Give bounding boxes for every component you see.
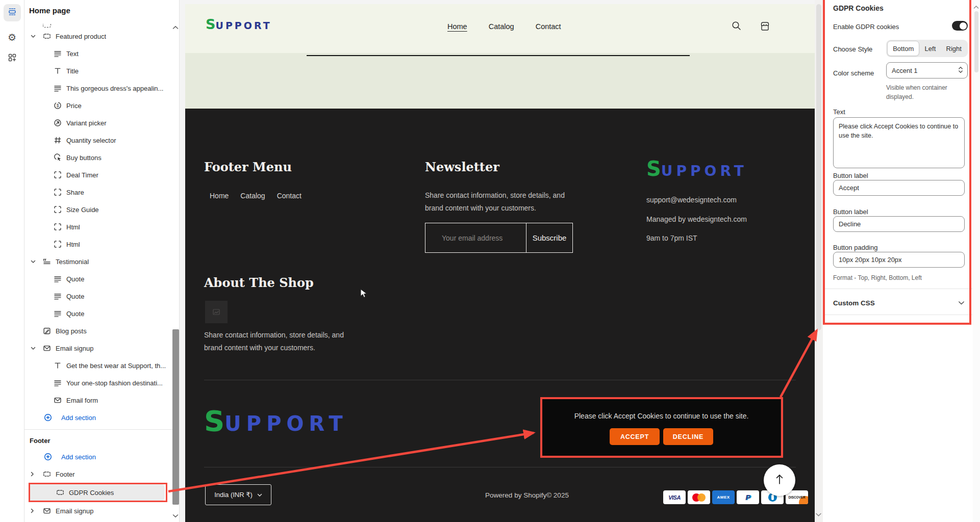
panel-divider bbox=[823, 315, 973, 315]
store-account-icon[interactable] bbox=[759, 20, 771, 34]
accept-cookies-button[interactable]: ACCEPT bbox=[610, 428, 660, 445]
chevron-right-icon[interactable] bbox=[31, 472, 43, 477]
variant-icon bbox=[54, 119, 62, 127]
chevron-down-icon[interactable] bbox=[31, 260, 43, 264]
choose-style-label: Choose Style bbox=[833, 45, 872, 53]
sidebar-item-text[interactable]: Text bbox=[24, 45, 179, 62]
brackets-icon bbox=[54, 205, 62, 214]
sidebar-scroll-down-icon[interactable] bbox=[172, 511, 179, 520]
page-scrollbar[interactable] bbox=[973, 0, 980, 522]
style-option-left[interactable]: Left bbox=[919, 41, 941, 56]
sidebar-item-title[interactable]: Title bbox=[24, 62, 179, 80]
about-heading: About The Shop bbox=[204, 275, 314, 290]
sections-tab-button[interactable] bbox=[4, 4, 21, 21]
footer-contact-logo: SUPPORT bbox=[646, 157, 747, 180]
page-scroll-up-icon[interactable] bbox=[973, 2, 979, 11]
sidebar-item-quote[interactable]: Quote bbox=[24, 288, 179, 305]
sidebar-scrollbar[interactable] bbox=[172, 329, 179, 505]
preview-scrollbar-thumb[interactable] bbox=[816, 4, 821, 330]
sidebar-item-deal-timer[interactable]: Deal Timer bbox=[24, 166, 179, 184]
button-padding-input[interactable] bbox=[833, 252, 965, 268]
page-scrollbar-thumb[interactable] bbox=[974, 11, 978, 72]
theme-editor: ⚙ Home page Featured productTextTitleThi… bbox=[0, 0, 980, 522]
decline-label-input[interactable] bbox=[833, 216, 965, 232]
sidebar-item-email-form[interactable]: Email form bbox=[24, 392, 179, 409]
price-icon: $ bbox=[54, 101, 62, 110]
sidebar-item-blog-posts[interactable]: Blog posts bbox=[24, 322, 179, 340]
decline-cookies-button[interactable]: DECLINE bbox=[663, 428, 713, 445]
sidebar-item-testimonial[interactable]: Testimonial bbox=[24, 253, 179, 270]
country-selector[interactable]: India (INR ₹) bbox=[205, 484, 271, 505]
sidebar-item-your-one-stop-fashion-destinati[interactable]: Your one-stop fashion destinati... bbox=[24, 374, 179, 392]
sidebar-item-quote[interactable]: Quote bbox=[24, 270, 179, 288]
custom-css-row[interactable]: Custom CSS bbox=[833, 299, 965, 307]
sidebar-item-gdpr-cookies[interactable]: GDPR Cookies bbox=[29, 484, 165, 501]
sidebar-item-share[interactable]: Share bbox=[24, 184, 179, 201]
title-icon bbox=[54, 361, 62, 370]
sidebar-item-price[interactable]: $Price bbox=[24, 97, 179, 114]
testimonial-icon bbox=[43, 257, 51, 266]
store-logo[interactable]: SUPPORT bbox=[206, 16, 272, 32]
subscribe-button[interactable]: Subscribe bbox=[526, 223, 572, 252]
sidebar-item-this-gorgeous-dress-s-appealin[interactable]: This gorgeous dress's appealin... bbox=[24, 80, 179, 97]
sidebar-item-size-guide[interactable]: Size Guide bbox=[24, 201, 179, 218]
nav-link-catalog[interactable]: Catalog bbox=[489, 22, 514, 31]
color-scheme-select[interactable]: Accent 1 bbox=[886, 62, 968, 79]
accept-label-input[interactable] bbox=[833, 180, 965, 196]
enable-gdpr-label: Enable GDPR cookies bbox=[833, 23, 899, 31]
nav-link-contact[interactable]: Contact bbox=[536, 22, 561, 31]
footer-link-catalog[interactable]: Catalog bbox=[240, 192, 265, 200]
brackets-icon bbox=[54, 240, 62, 248]
contact-hours: 9am to 7pm IST bbox=[646, 234, 697, 242]
sidebar-item-buy-buttons[interactable]: Buy buttons bbox=[24, 149, 179, 166]
style-option-right[interactable]: Right bbox=[941, 41, 967, 56]
search-icon[interactable] bbox=[731, 20, 742, 34]
envelope-icon bbox=[43, 344, 51, 352]
color-scheme-label: Color scheme bbox=[833, 69, 874, 77]
chevron-right-icon[interactable] bbox=[31, 508, 43, 513]
cursor-icon bbox=[54, 153, 62, 162]
chevron-down-icon bbox=[958, 299, 965, 307]
chevron-down-icon[interactable] bbox=[31, 35, 43, 38]
plus-circle-icon bbox=[44, 453, 52, 461]
payment-mastercard-icon bbox=[688, 490, 710, 504]
text-field[interactable] bbox=[833, 117, 965, 168]
footer-link-contact[interactable]: Contact bbox=[277, 192, 301, 200]
lines-icon bbox=[54, 309, 62, 318]
enable-gdpr-toggle[interactable] bbox=[952, 21, 968, 31]
apps-tab-button[interactable] bbox=[4, 50, 21, 67]
footer-menu-heading: Footer Menu bbox=[204, 160, 292, 174]
lines-icon bbox=[54, 379, 62, 387]
color-scheme-value: Accent 1 bbox=[892, 67, 918, 74]
about-image-placeholder bbox=[205, 301, 228, 323]
sidebar-item-html[interactable]: Html bbox=[24, 236, 179, 253]
lines-icon bbox=[54, 49, 62, 58]
preview-scrollbar[interactable] bbox=[815, 0, 823, 522]
hash-icon bbox=[54, 136, 62, 144]
sidebar-item-footer[interactable]: Footer bbox=[24, 465, 179, 483]
chevron-down-icon[interactable] bbox=[31, 347, 43, 350]
apps-icon bbox=[8, 53, 17, 64]
sidebar-item-variant-picker[interactable]: Variant picker bbox=[24, 114, 179, 132]
settings-tab-button[interactable]: ⚙ bbox=[4, 29, 21, 46]
contact-email[interactable]: support@wedesigntech.com bbox=[646, 196, 737, 204]
lines-icon bbox=[54, 275, 62, 283]
sidebar-item-html[interactable]: Html bbox=[24, 218, 179, 236]
nav-link-home[interactable]: Home bbox=[447, 22, 467, 31]
sidebar-item-featured-product[interactable]: Featured product bbox=[24, 28, 179, 45]
sidebar-item-email-signup[interactable]: Email signup bbox=[24, 340, 179, 357]
scroll-to-top-button[interactable] bbox=[764, 464, 795, 496]
sidebar-item-get-the-best-wear-at-support-th[interactable]: Get the best wear at Support, th... bbox=[24, 357, 179, 374]
preview-scroll-down-icon[interactable] bbox=[815, 510, 822, 519]
add-section-button[interactable]: Add section bbox=[24, 448, 179, 465]
add-section-button[interactable]: Add section bbox=[24, 409, 179, 426]
email-input[interactable]: Your email address bbox=[425, 223, 526, 252]
style-option-bottom[interactable]: Bottom bbox=[887, 41, 919, 56]
plus-circle-icon bbox=[44, 413, 52, 422]
sidebar-item-quantity-selector[interactable]: Quantity selector bbox=[24, 132, 179, 149]
sidebar-item-email-signup[interactable]: Email signup bbox=[24, 502, 179, 519]
settings-panel: GDPR Cookies Enable GDPR cookies Choose … bbox=[823, 0, 973, 522]
sidebar-item-quote[interactable]: Quote bbox=[24, 305, 179, 322]
footer-link-home[interactable]: Home bbox=[210, 192, 229, 200]
sidebar-scroll-up-icon[interactable] bbox=[172, 22, 179, 32]
